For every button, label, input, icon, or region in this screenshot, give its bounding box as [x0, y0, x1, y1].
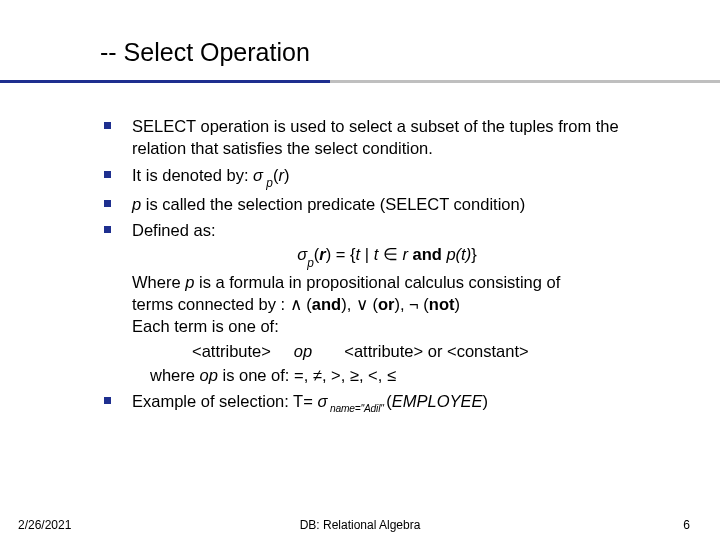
- where2-and: and: [312, 295, 341, 313]
- bullet-3: p is called the selection predicate (SEL…: [102, 193, 672, 215]
- def-sigma: σ: [297, 245, 307, 263]
- ex-a: Example of selection: T=: [132, 392, 317, 410]
- where-line-2: terms connected by : ∧ (and), ∨ (or), ¬ …: [132, 293, 672, 315]
- footer-title: DB: Relational Algebra: [0, 518, 720, 532]
- def-bar: |: [360, 245, 373, 263]
- def-close: }: [471, 245, 477, 263]
- bullet-1-text: SELECT operation is used to select a sub…: [132, 117, 619, 157]
- close-paren: ): [284, 166, 290, 184]
- bullet-4-text: Defined as:: [132, 221, 215, 239]
- predicate-p: p: [132, 195, 141, 213]
- bullet-2: It is denoted by: σ p(r): [102, 164, 672, 189]
- ex-rel: EMPLOYEE: [392, 392, 483, 410]
- footer-page: 6: [683, 518, 690, 532]
- sigma-subscript-p: p: [263, 176, 273, 190]
- sigma-symbol: σ: [253, 166, 263, 184]
- ex-sigma: σ: [317, 392, 327, 410]
- where2d: ): [454, 295, 460, 313]
- opwhere-b: is one of: =, ≠, >, ≥, <, ≤: [218, 366, 396, 384]
- def-pt: p(t): [446, 245, 471, 263]
- bullet-1: SELECT operation is used to select a sub…: [102, 115, 672, 160]
- opwhere-op: op: [200, 366, 218, 384]
- bullet-3-rest: is called the selection predicate (SELEC…: [141, 195, 525, 213]
- ex-sub: name="Adil": [327, 403, 386, 414]
- term-op: op: [294, 342, 312, 360]
- where2c: ), ¬ (: [394, 295, 428, 313]
- where2a: terms connected by : ∧ (: [132, 295, 312, 313]
- def-mid1: ) = {: [326, 245, 356, 263]
- def-sub-p: p: [307, 256, 314, 270]
- term-attr2: <attribute> or <constant>: [344, 342, 528, 360]
- title-underline: [0, 80, 720, 83]
- bullet-4: Defined as: σp(r) = {t | t ∈ r and p(t)}…: [102, 219, 672, 386]
- bullet-2-pre: It is denoted by:: [132, 166, 253, 184]
- def-and: and: [413, 245, 442, 263]
- op-where-line: where op is one of: =, ≠, >, ≥, <, ≤: [150, 364, 672, 386]
- where1-p: p: [185, 273, 194, 291]
- slide-title: -- Select Operation: [100, 38, 310, 67]
- content-area: SELECT operation is used to select a sub…: [0, 67, 720, 415]
- where1b: is a formula in propositional calculus c…: [194, 273, 560, 291]
- term-attr1: <attribute>: [192, 342, 271, 360]
- where1a: Where: [132, 273, 185, 291]
- bullet-list: SELECT operation is used to select a sub…: [102, 115, 672, 415]
- where-line-1: Where p is a formula in propositional ca…: [132, 271, 672, 293]
- bullet-5: Example of selection: T= σ name="Adil" (…: [102, 390, 672, 415]
- where2b: ), ∨ (: [341, 295, 378, 313]
- def-in: ∈: [378, 245, 402, 263]
- opwhere-a: where: [150, 366, 200, 384]
- def-r2: r: [402, 245, 412, 263]
- title-row: -- Select Operation: [0, 0, 720, 67]
- where2-not: not: [429, 295, 455, 313]
- slide: -- Select Operation SELECT operation is …: [0, 0, 720, 540]
- definition-line: σp(r) = {t | t ∈ r and p(t)}: [102, 243, 672, 268]
- each-term-line: Each term is one of:: [132, 315, 672, 337]
- where2-or: or: [378, 295, 395, 313]
- ex-close: ): [483, 392, 489, 410]
- term-pattern-line: <attribute> op <attribute> or <constant>: [192, 340, 672, 362]
